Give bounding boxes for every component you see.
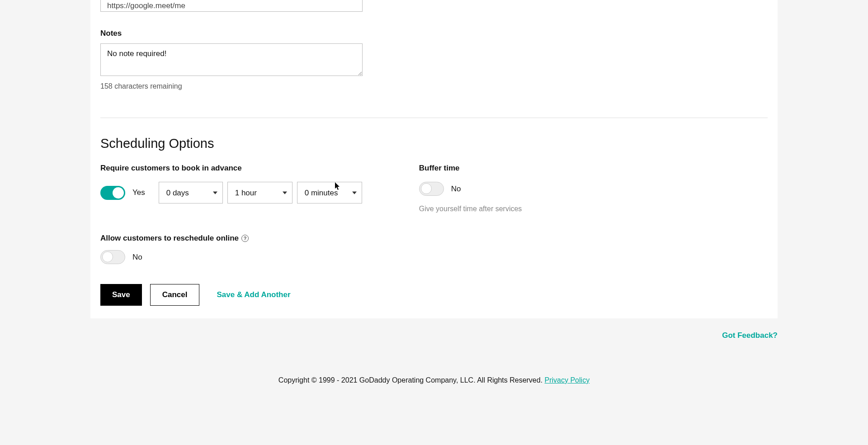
advance-days-select[interactable]: 0 days <box>159 182 223 204</box>
advance-minutes-select[interactable]: 0 minutes <box>297 182 362 204</box>
advance-booking-label: Require customers to book in advance <box>100 164 362 173</box>
reschedule-label: Allow customers to reschedule online <box>100 234 239 243</box>
help-icon[interactable]: ? <box>241 235 249 242</box>
advance-booking-toggle[interactable] <box>100 186 125 200</box>
notes-label: Notes <box>100 29 768 38</box>
privacy-policy-link[interactable]: Privacy Policy <box>545 376 590 384</box>
toggle-knob <box>113 187 124 199</box>
url-input[interactable] <box>100 0 363 12</box>
buffer-time-toggle[interactable] <box>419 182 444 196</box>
buffer-helper-text: Give yourself time after services <box>419 205 522 213</box>
toggle-knob <box>421 183 432 194</box>
copyright-text: Copyright © 1999 - 2021 GoDaddy Operatin… <box>278 376 545 384</box>
cancel-button[interactable]: Cancel <box>150 284 200 306</box>
char-remaining: 158 characters remaining <box>100 82 768 90</box>
notes-textarea[interactable]: No note required! <box>100 43 363 76</box>
toggle-knob <box>102 251 113 262</box>
advance-hours-select[interactable]: 1 hour <box>227 182 292 204</box>
advance-toggle-state: Yes <box>132 188 145 197</box>
buffer-toggle-state: No <box>451 185 461 194</box>
reschedule-toggle-state: No <box>132 253 142 262</box>
feedback-link[interactable]: Got Feedback? <box>722 331 778 340</box>
buffer-time-label: Buffer time <box>419 164 522 173</box>
save-add-another-button[interactable]: Save & Add Another <box>217 290 290 299</box>
section-divider <box>100 118 768 118</box>
scheduling-heading: Scheduling Options <box>100 136 768 151</box>
save-button[interactable]: Save <box>100 284 142 306</box>
reschedule-toggle[interactable] <box>100 250 125 264</box>
